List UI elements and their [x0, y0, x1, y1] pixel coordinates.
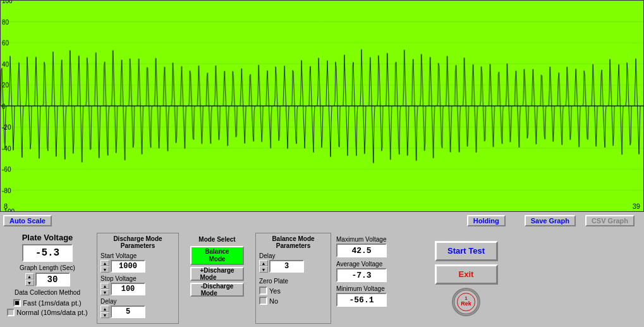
- balance-mode-title: Balance Mode Parameters: [259, 235, 327, 249]
- x-axis-left-label: 8: [4, 202, 8, 210]
- stats-section: Maximum Voltage 42.5 Average Voltage -7.…: [336, 233, 425, 324]
- stop-voltage-up[interactable]: ▲: [100, 283, 109, 289]
- start-voltage-spinner[interactable]: ▲ ▼: [100, 260, 109, 273]
- graph-length-value[interactable]: 30: [35, 273, 70, 287]
- graph-length-label: Graph Length (Sec): [20, 264, 75, 271]
- max-voltage-label: Maximum Voltage: [336, 236, 425, 243]
- start-voltage-up[interactable]: ▲: [100, 260, 109, 266]
- min-voltage-value: -56.1: [336, 293, 387, 307]
- discharge-delay-down[interactable]: ▼: [100, 312, 109, 318]
- discharge-delay-row: ▲ ▼ 5: [100, 305, 175, 318]
- exit-button[interactable]: Exit: [435, 264, 498, 285]
- discharge-delay-spinner[interactable]: ▲ ▼: [100, 305, 109, 318]
- zero-plate-yes-checkbox[interactable]: [259, 287, 267, 295]
- logo: 1 Rek: [452, 288, 480, 316]
- graph-length-down[interactable]: ▼: [25, 280, 34, 286]
- zero-plate-no-row: No: [259, 297, 327, 305]
- discharge-title: Discharge Mode Parameters: [100, 235, 175, 249]
- start-voltage-value[interactable]: 1000: [111, 260, 145, 273]
- plus-discharge-button[interactable]: +DischargeMode: [190, 267, 244, 281]
- bottom-panel: Plate Voltage -5.3 Graph Length (Sec) ▲ …: [0, 230, 644, 327]
- fast-radio-dot: [15, 301, 19, 305]
- normal-label: Normal (10ms/data pt.): [16, 309, 87, 316]
- zero-plate-yes-label: Yes: [269, 287, 281, 295]
- svg-text:Rek: Rek: [461, 300, 472, 307]
- balance-mode-button[interactable]: BalanceMode: [190, 246, 244, 265]
- balance-delay-down[interactable]: ▼: [259, 266, 268, 273]
- zero-plate-no-label: No: [269, 297, 278, 305]
- data-collection-label: Data Collection Method: [15, 289, 80, 296]
- fast-radio-row: Fast (1ms/data pt.): [13, 299, 81, 307]
- balance-delay-label: Delay: [259, 252, 327, 259]
- minus-discharge-button[interactable]: -DischargeMode: [190, 283, 244, 297]
- zero-plate-no-checkbox[interactable]: [259, 297, 267, 305]
- balance-delay-row: ▲ ▼ 3: [259, 260, 327, 273]
- avg-voltage-value: -7.3: [336, 268, 387, 282]
- action-section: Start Test Exit 1 Rek: [430, 233, 502, 324]
- graph-length-spinner[interactable]: ▲ ▼: [25, 273, 34, 286]
- start-voltage-down[interactable]: ▼: [100, 266, 109, 273]
- graph-length-up[interactable]: ▲: [25, 273, 34, 280]
- auto-scale-button[interactable]: Auto Scale: [3, 215, 52, 226]
- stop-voltage-down[interactable]: ▼: [100, 289, 109, 295]
- chart-toolbar: Auto Scale Holding Save Graph CSV Graph: [0, 212, 644, 230]
- discharge-delay-up[interactable]: ▲: [100, 305, 109, 312]
- mode-select-section: Mode Select BalanceMode +DischargeMode -…: [184, 233, 250, 324]
- stop-voltage-label: Stop Voltage: [100, 275, 175, 282]
- chart-area: 8 39: [0, 0, 644, 212]
- csv-graph-button[interactable]: CSV Graph: [585, 215, 635, 226]
- x-axis-right-label: 39: [633, 202, 640, 210]
- plate-voltage-section: Plate Voltage -5.3 Graph Length (Sec) ▲ …: [3, 233, 92, 324]
- holding-button[interactable]: Holding: [467, 215, 506, 226]
- zero-plate-yes-row: Yes: [259, 287, 327, 295]
- balance-mode-section: Balance Mode Parameters Delay ▲ ▼ 3 Zero…: [255, 233, 331, 324]
- fast-radio[interactable]: [13, 299, 21, 307]
- avg-voltage-label: Average Voltage: [336, 261, 425, 268]
- mode-select-label: Mode Select: [198, 236, 235, 243]
- plate-voltage-title: Plate Voltage: [22, 233, 73, 242]
- start-voltage-label: Start Voltage: [100, 252, 175, 259]
- fast-label: Fast (1ms/data pt.): [23, 299, 81, 307]
- discharge-mode-section: Discharge Mode Parameters Start Voltage …: [97, 233, 179, 324]
- normal-radio-row: Normal (10ms/data pt.): [7, 309, 87, 316]
- plate-voltage-value: -5.3: [22, 244, 73, 262]
- discharge-delay-value[interactable]: 5: [111, 305, 145, 318]
- waveform-chart: [1, 1, 643, 211]
- graph-length-row: ▲ ▼ 30: [25, 273, 70, 287]
- zero-plate-label: Zero Plate: [259, 278, 327, 285]
- normal-radio[interactable]: [7, 309, 15, 316]
- stop-voltage-row: ▲ ▼ 100: [100, 283, 175, 295]
- start-voltage-row: ▲ ▼ 1000: [100, 260, 175, 273]
- balance-delay-value[interactable]: 3: [269, 260, 304, 273]
- stop-voltage-spinner[interactable]: ▲ ▼: [100, 283, 109, 295]
- save-graph-button[interactable]: Save Graph: [525, 215, 576, 226]
- discharge-delay-label: Delay: [100, 298, 175, 305]
- balance-delay-spinner[interactable]: ▲ ▼: [259, 260, 268, 273]
- stop-voltage-value[interactable]: 100: [111, 283, 145, 295]
- balance-delay-up[interactable]: ▲: [259, 260, 268, 266]
- min-voltage-label: Minimum Voltage: [336, 285, 425, 292]
- max-voltage-value: 42.5: [336, 244, 387, 257]
- start-test-button[interactable]: Start Test: [435, 241, 498, 261]
